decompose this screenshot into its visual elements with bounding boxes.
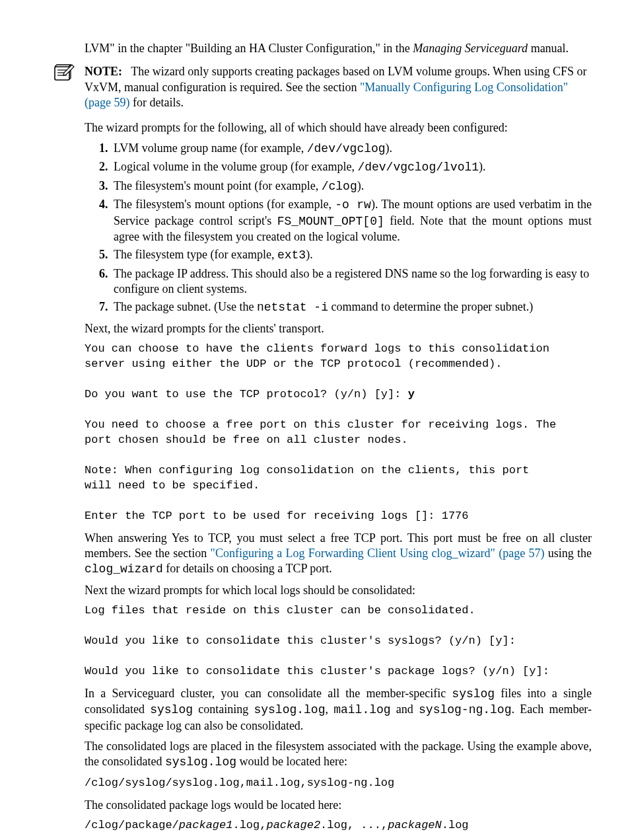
- next-transport: Next, the wizard prompts for the clients…: [85, 321, 592, 336]
- list-item: LVM volume group name (for example, /dev…: [111, 141, 592, 157]
- path-2: /clog/package/package1.log,package2.log,…: [85, 818, 592, 833]
- list-item: The package IP address. This should also…: [111, 266, 592, 297]
- sg-paragraph: In a Serviceguard cluster, you can conso…: [85, 686, 592, 734]
- list-item: The filesystem's mount options (for exam…: [111, 197, 592, 245]
- prompts-intro: The wizard prompts for the following, al…: [85, 120, 592, 135]
- intro-pre: LVM" in the chapter "Building an HA Clus…: [85, 42, 413, 55]
- tcp-link[interactable]: "Configuring a Log Forwarding Client Usi…: [211, 547, 545, 560]
- note-text: NOTE: The wizard only supports creating …: [85, 64, 592, 110]
- note-tail: for details.: [129, 96, 183, 109]
- terminal-block-1: You can choose to have the clients forwa…: [85, 342, 592, 523]
- next-local: Next the wizard prompts for which local …: [85, 583, 592, 598]
- intro-paragraph: LVM" in the chapter "Building an HA Clus…: [85, 41, 592, 56]
- list-item: Logical volume in the volume group (for …: [111, 159, 592, 175]
- intro-post: manual.: [528, 42, 569, 55]
- intro-em: Managing Serviceguard: [413, 42, 528, 55]
- list-item: The filesystem type (for example, ext3).: [111, 247, 592, 263]
- cons-paragraph: The consolidated logs are placed in the …: [85, 739, 592, 771]
- note-icon: [53, 63, 75, 87]
- note-label: NOTE:: [85, 65, 122, 78]
- list-item: The package subnet. (Use the netstat -i …: [111, 299, 592, 315]
- list-item: The filesystem's mount point (for exampl…: [111, 178, 592, 194]
- path-1: /clog/syslog/syslog.log,mail.log,syslog-…: [85, 776, 592, 791]
- tcp-paragraph: When answering Yes to TCP, you must sele…: [85, 531, 592, 578]
- note-block: NOTE: The wizard only supports creating …: [85, 64, 592, 110]
- pkg-located: The consolidated package logs would be l…: [85, 798, 592, 813]
- terminal-block-2: Log files that reside on this cluster ca…: [85, 603, 592, 679]
- wizard-prompts-list: LVM volume group name (for example, /dev…: [85, 141, 592, 316]
